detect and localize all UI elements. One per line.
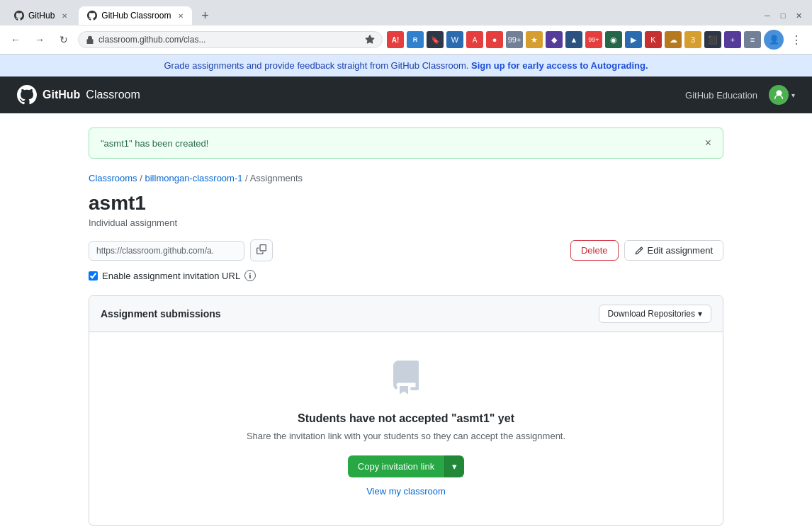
breadcrumb-section: Assignments <box>250 173 303 183</box>
github-nav: GitHub Classroom GitHub Education ▾ <box>0 76 812 113</box>
ext-icon-18[interactable]: + <box>724 31 741 48</box>
assignment-type: Individual assignment <box>89 217 723 228</box>
download-repositories-button[interactable]: Download Repositories ▾ <box>599 305 711 323</box>
ext-icon-7[interactable]: 99+ <box>506 31 523 48</box>
lock-icon <box>86 35 94 44</box>
submissions-empty: Students have not accepted "asmt1" yet S… <box>89 332 723 525</box>
ext-icon-9[interactable]: ◆ <box>546 31 563 48</box>
ext-icon-17[interactable]: ⬛ <box>704 31 721 48</box>
maximize-button[interactable]: □ <box>778 11 788 21</box>
ext-icon-1[interactable]: A! <box>387 31 404 48</box>
banner-text: Grade assignments and provide feedback s… <box>164 60 469 71</box>
edit-assignment-label: Edit assignment <box>648 245 714 256</box>
ext-icon-10[interactable]: ▲ <box>565 31 582 48</box>
assignment-title: asmt1 <box>89 192 723 215</box>
action-buttons: Delete Edit assignment <box>570 240 723 261</box>
github-octocat-icon <box>17 85 37 105</box>
extension-icons: A! R 🔖 W A ● 99+ ★ ◆ ▲ 99+ ◉ ▶ K ☁ 3 ⬛ +… <box>387 30 806 50</box>
download-btn-label: Download Repositories <box>608 309 695 319</box>
nav-logo-bold: GitHub <box>43 89 80 101</box>
ext-icon-16[interactable]: 3 <box>684 31 701 48</box>
tab-github[interactable]: GitHub ✕ <box>6 6 76 25</box>
success-alert: "asmt1" has been created! × <box>89 128 723 159</box>
forward-button[interactable]: → <box>30 30 50 50</box>
copy-url-button[interactable] <box>250 239 273 261</box>
enable-url-label: Enable assignment invitation URL <box>102 271 240 281</box>
minimize-button[interactable]: ─ <box>762 11 772 21</box>
empty-title: Students have not accepted "asmt1" yet <box>103 412 709 425</box>
profile-avatar[interactable]: 👤 <box>764 30 784 50</box>
invitation-url-input[interactable] <box>89 241 244 261</box>
ext-icon-2[interactable]: R <box>407 31 424 48</box>
address-bar[interactable]: classroom.github.com/clas... <box>78 31 383 48</box>
pencil-icon <box>635 246 643 255</box>
nav-user-avatar[interactable] <box>769 85 789 105</box>
submissions-box: Assignment submissions Download Reposito… <box>89 295 723 526</box>
ext-icon-19[interactable]: ≡ <box>744 31 761 48</box>
tab-classroom-close[interactable]: ✕ <box>178 12 184 20</box>
copy-invitation-main-button[interactable]: Copy invitation link <box>348 455 444 477</box>
ext-icon-3[interactable]: 🔖 <box>427 31 444 48</box>
tab-classroom-label: GitHub Classroom <box>101 11 171 21</box>
info-icon[interactable]: ℹ <box>244 270 256 281</box>
copy-invitation-button-group[interactable]: Copy invitation link ▾ <box>348 455 464 477</box>
submissions-header: Assignment submissions Download Reposito… <box>89 296 723 332</box>
checkbox-row: Enable assignment invitation URL ℹ <box>89 270 723 281</box>
nav-edu-label: GitHub Education <box>685 90 757 101</box>
submissions-title: Assignment submissions <box>101 308 221 319</box>
breadcrumb: Classrooms / billmongan-classroom-1 / As… <box>89 173 723 183</box>
copy-icon <box>256 244 266 254</box>
new-tab-button[interactable]: + <box>195 6 215 26</box>
nav-dropdown-arrow[interactable]: ▾ <box>791 91 795 99</box>
back-button[interactable]: ← <box>6 30 26 50</box>
github-logo[interactable]: GitHub Classroom <box>17 85 140 105</box>
tab-github-label: GitHub <box>28 11 55 21</box>
star-icon[interactable] <box>365 35 375 45</box>
ext-icon-12[interactable]: ◉ <box>605 31 622 48</box>
reload-button[interactable]: ↻ <box>54 30 74 50</box>
ext-icon-4[interactable]: W <box>446 31 463 48</box>
address-text: classroom.github.com/clas... <box>98 35 205 45</box>
copy-invitation-dropdown-button[interactable]: ▾ <box>444 455 464 477</box>
ext-icon-11[interactable]: 99+ <box>585 31 602 48</box>
view-classroom-link[interactable]: View my classroom <box>103 486 709 497</box>
edit-assignment-button[interactable]: Edit assignment <box>624 240 724 261</box>
avatar-icon <box>773 89 784 101</box>
ext-icon-8[interactable]: ★ <box>526 31 543 48</box>
ext-icon-6[interactable]: ● <box>486 31 503 48</box>
breadcrumb-classroom-name[interactable]: billmongan-classroom-1 <box>145 173 242 183</box>
ext-icon-13[interactable]: ▶ <box>625 31 642 48</box>
notification-banner: Grade assignments and provide feedback s… <box>0 55 812 76</box>
chrome-menu-button[interactable]: ⋮ <box>786 30 806 50</box>
url-row: Delete Edit assignment <box>89 239 723 261</box>
download-dropdown-arrow: ▾ <box>698 309 702 319</box>
alert-close-button[interactable]: × <box>705 137 711 149</box>
ext-icon-14[interactable]: K <box>645 31 662 48</box>
tab-github-close[interactable]: ✕ <box>62 12 67 20</box>
main-content: "asmt1" has been created! × Classrooms /… <box>66 113 746 527</box>
delete-button[interactable]: Delete <box>570 240 619 261</box>
empty-subtitle: Share the invitation link with your stud… <box>103 431 709 441</box>
nav-logo-text: Classroom <box>86 89 140 101</box>
alert-message: "asmt1" has been created! <box>101 138 208 149</box>
empty-repo-icon <box>103 361 709 401</box>
ext-icon-5[interactable]: A <box>466 31 483 48</box>
ext-icon-15[interactable]: ☁ <box>665 31 682 48</box>
banner-link[interactable]: Sign up for early access to Autograding. <box>471 60 648 71</box>
enable-url-checkbox[interactable] <box>89 271 98 280</box>
tab-classroom[interactable]: GitHub Classroom ✕ <box>79 6 192 25</box>
close-window-button[interactable]: ✕ <box>794 11 803 21</box>
breadcrumb-classrooms[interactable]: Classrooms <box>89 173 137 183</box>
